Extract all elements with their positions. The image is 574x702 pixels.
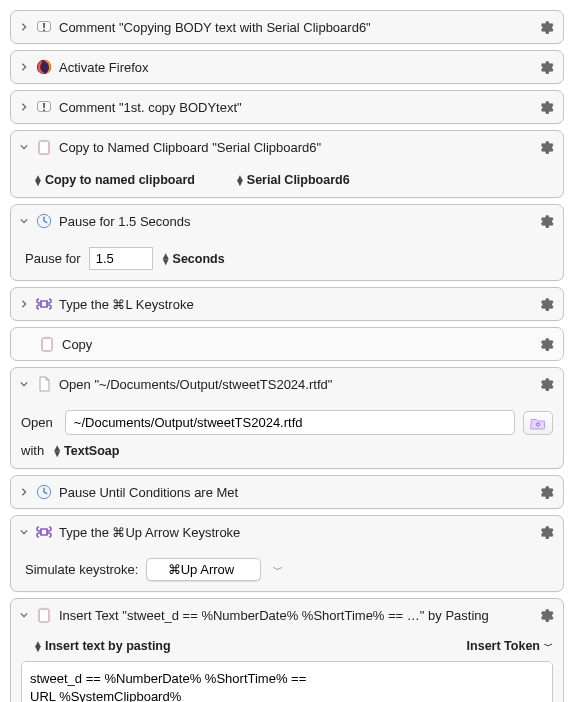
keystroke-value: ⌘Up Arrow: [168, 562, 234, 577]
clock-icon: [36, 484, 52, 500]
action-title: Activate Firefox: [59, 60, 528, 75]
updown-icon: ▲▼: [33, 175, 43, 186]
insert-token-label: Insert Token: [467, 639, 540, 653]
action-pause-until[interactable]: Pause Until Conditions are Met: [10, 475, 564, 509]
dropdown-text: TextSoap: [64, 444, 119, 458]
clipboard-name-dropdown[interactable]: ▲▼ Serial Clipboard6: [235, 173, 350, 187]
clipboard-icon: [39, 336, 55, 352]
updown-icon: ▲▼: [161, 253, 171, 264]
dropdown-text: Copy to named clipboard: [45, 173, 195, 187]
action-insert-text[interactable]: Insert Text "stweet_d == %NumberDate% %S…: [10, 598, 564, 702]
gear-icon[interactable]: [535, 522, 555, 542]
gear-icon[interactable]: [535, 97, 555, 117]
gear-icon[interactable]: [535, 334, 555, 354]
disclosure-collapsed[interactable]: [19, 102, 29, 112]
clipboard-icon: [36, 139, 52, 155]
action-comment-1[interactable]: Comment "Copying BODY text with Serial C…: [10, 10, 564, 44]
insert-text-content[interactable]: [21, 661, 553, 702]
dropdown-text: Serial Clipboard6: [247, 173, 350, 187]
dropdown-text: Insert text by pasting: [45, 639, 171, 653]
copy-mode-dropdown[interactable]: ▲▼ Copy to named clipboard: [33, 173, 195, 187]
open-with-app-dropdown[interactable]: ▲▼ TextSoap: [52, 444, 119, 458]
gear-icon[interactable]: [535, 605, 555, 625]
gear-icon[interactable]: [535, 482, 555, 502]
action-copy[interactable]: Copy: [10, 327, 564, 361]
insert-token-dropdown[interactable]: Insert Token ﹀: [467, 639, 553, 653]
pause-value-input[interactable]: [89, 247, 153, 270]
clipboard-icon: [36, 607, 52, 623]
disclosure-expanded[interactable]: [19, 610, 29, 620]
gear-icon[interactable]: [535, 211, 555, 231]
pause-label: Pause for: [25, 251, 81, 266]
open-label: Open: [21, 415, 57, 430]
choose-folder-button[interactable]: [523, 411, 553, 435]
comment-icon: [36, 19, 52, 35]
keystroke-field[interactable]: ⌘Up Arrow: [146, 558, 261, 581]
action-copy-named-clipboard[interactable]: Copy to Named Clipboard "Serial Clipboar…: [10, 130, 564, 198]
action-title: Type the ⌘L Keystroke: [59, 297, 528, 312]
action-pause[interactable]: Pause for 1.5 Seconds Pause for ▲▼ Secon…: [10, 204, 564, 281]
pause-unit-dropdown[interactable]: ▲▼ Seconds: [161, 252, 225, 266]
disclosure-collapsed[interactable]: [19, 299, 29, 309]
action-open-file[interactable]: Open "~/Documents/Output/stweetTS2024.rt…: [10, 367, 564, 469]
gear-icon[interactable]: [535, 17, 555, 37]
insert-mode-dropdown[interactable]: ▲▼ Insert text by pasting: [33, 639, 171, 653]
action-title: Comment "1st. copy BODYtext": [59, 100, 528, 115]
command-icon: [36, 296, 52, 312]
gear-icon[interactable]: [535, 137, 555, 157]
disclosure-collapsed[interactable]: [19, 22, 29, 32]
action-title: Open "~/Documents/Output/stweetTS2024.rt…: [59, 377, 528, 392]
open-path-input[interactable]: [65, 410, 515, 435]
action-activate-firefox[interactable]: Activate Firefox: [10, 50, 564, 84]
action-title: Copy to Named Clipboard "Serial Clipboar…: [59, 140, 528, 155]
document-icon: [36, 376, 52, 392]
disclosure-expanded[interactable]: [19, 379, 29, 389]
command-icon: [36, 524, 52, 540]
action-title: Comment "Copying BODY text with Serial C…: [59, 20, 528, 35]
chevron-down-icon: ﹀: [544, 640, 553, 653]
comment-icon: [36, 99, 52, 115]
action-comment-2[interactable]: Comment "1st. copy BODYtext": [10, 90, 564, 124]
updown-icon: ▲▼: [33, 641, 43, 652]
action-type-cmd-l[interactable]: Type the ⌘L Keystroke: [10, 287, 564, 321]
clock-icon: [36, 213, 52, 229]
gear-icon[interactable]: [535, 294, 555, 314]
firefox-icon: [36, 59, 52, 75]
action-title: Copy: [62, 337, 528, 352]
with-label: with: [21, 443, 44, 458]
disclosure-expanded[interactable]: [19, 527, 29, 537]
chevron-down-icon[interactable]: ﹀: [273, 563, 283, 577]
disclosure-collapsed[interactable]: [19, 487, 29, 497]
updown-icon: ▲▼: [52, 445, 62, 456]
action-title: Pause Until Conditions are Met: [59, 485, 528, 500]
gear-icon[interactable]: [535, 57, 555, 77]
action-type-cmd-up[interactable]: Type the ⌘Up Arrow Keystroke Simulate ke…: [10, 515, 564, 592]
disclosure-collapsed[interactable]: [19, 62, 29, 72]
simulate-label: Simulate keystroke:: [25, 562, 138, 577]
updown-icon: ▲▼: [235, 175, 245, 186]
action-title: Pause for 1.5 Seconds: [59, 214, 528, 229]
dropdown-text: Seconds: [173, 252, 225, 266]
action-title: Type the ⌘Up Arrow Keystroke: [59, 525, 528, 540]
gear-icon[interactable]: [535, 374, 555, 394]
disclosure-expanded[interactable]: [19, 142, 29, 152]
action-title: Insert Text "stweet_d == %NumberDate% %S…: [59, 608, 528, 623]
disclosure-expanded[interactable]: [19, 216, 29, 226]
